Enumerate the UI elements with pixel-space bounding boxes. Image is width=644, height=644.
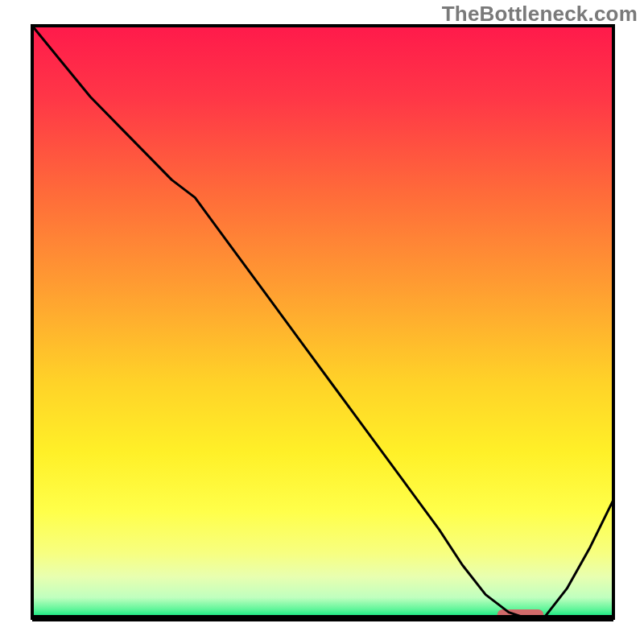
bottleneck-chart [0,0,644,644]
chart-frame: TheBottleneck.com [0,0,644,644]
watermark-text: TheBottleneck.com [442,2,638,27]
gradient-background [32,26,613,618]
